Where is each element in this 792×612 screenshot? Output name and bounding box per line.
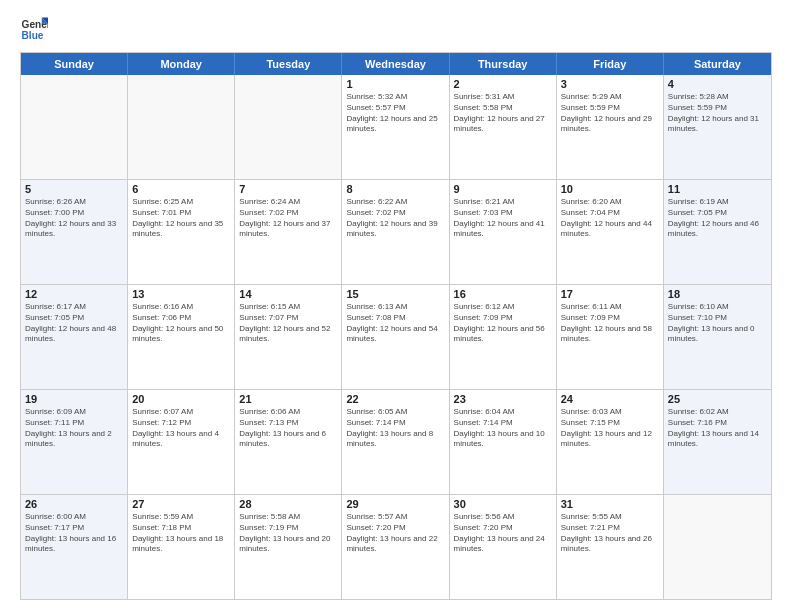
day-number: 22 <box>346 393 444 405</box>
calendar-row-2: 5Sunrise: 6:26 AMSunset: 7:00 PMDaylight… <box>21 179 771 284</box>
cell-info: Sunrise: 6:26 AMSunset: 7:00 PMDaylight:… <box>25 197 123 240</box>
empty-cell <box>21 75 128 179</box>
cell-info: Sunrise: 5:57 AMSunset: 7:20 PMDaylight:… <box>346 512 444 555</box>
cell-info: Sunrise: 5:59 AMSunset: 7:18 PMDaylight:… <box>132 512 230 555</box>
day-number: 5 <box>25 183 123 195</box>
day-number: 20 <box>132 393 230 405</box>
logo-icon: General Blue <box>20 16 48 44</box>
day-cell-9: 9Sunrise: 6:21 AMSunset: 7:03 PMDaylight… <box>450 180 557 284</box>
cell-info: Sunrise: 5:29 AMSunset: 5:59 PMDaylight:… <box>561 92 659 135</box>
day-cell-1: 1Sunrise: 5:32 AMSunset: 5:57 PMDaylight… <box>342 75 449 179</box>
day-number: 25 <box>668 393 767 405</box>
cell-info: Sunrise: 6:02 AMSunset: 7:16 PMDaylight:… <box>668 407 767 450</box>
cell-info: Sunrise: 5:32 AMSunset: 5:57 PMDaylight:… <box>346 92 444 135</box>
day-cell-28: 28Sunrise: 5:58 AMSunset: 7:19 PMDayligh… <box>235 495 342 599</box>
day-number: 14 <box>239 288 337 300</box>
cell-info: Sunrise: 6:17 AMSunset: 7:05 PMDaylight:… <box>25 302 123 345</box>
cell-info: Sunrise: 5:55 AMSunset: 7:21 PMDaylight:… <box>561 512 659 555</box>
day-number: 29 <box>346 498 444 510</box>
header-day-monday: Monday <box>128 53 235 75</box>
header-day-sunday: Sunday <box>21 53 128 75</box>
day-number: 6 <box>132 183 230 195</box>
day-cell-21: 21Sunrise: 6:06 AMSunset: 7:13 PMDayligh… <box>235 390 342 494</box>
day-number: 24 <box>561 393 659 405</box>
day-number: 4 <box>668 78 767 90</box>
day-cell-18: 18Sunrise: 6:10 AMSunset: 7:10 PMDayligh… <box>664 285 771 389</box>
day-number: 27 <box>132 498 230 510</box>
day-cell-12: 12Sunrise: 6:17 AMSunset: 7:05 PMDayligh… <box>21 285 128 389</box>
day-number: 15 <box>346 288 444 300</box>
day-cell-31: 31Sunrise: 5:55 AMSunset: 7:21 PMDayligh… <box>557 495 664 599</box>
day-cell-22: 22Sunrise: 6:05 AMSunset: 7:14 PMDayligh… <box>342 390 449 494</box>
calendar: SundayMondayTuesdayWednesdayThursdayFrid… <box>20 52 772 600</box>
day-cell-25: 25Sunrise: 6:02 AMSunset: 7:16 PMDayligh… <box>664 390 771 494</box>
day-number: 2 <box>454 78 552 90</box>
calendar-row-5: 26Sunrise: 6:00 AMSunset: 7:17 PMDayligh… <box>21 494 771 599</box>
cell-info: Sunrise: 6:00 AMSunset: 7:17 PMDaylight:… <box>25 512 123 555</box>
day-number: 10 <box>561 183 659 195</box>
cell-info: Sunrise: 5:28 AMSunset: 5:59 PMDaylight:… <box>668 92 767 135</box>
cell-info: Sunrise: 6:19 AMSunset: 7:05 PMDaylight:… <box>668 197 767 240</box>
calendar-row-3: 12Sunrise: 6:17 AMSunset: 7:05 PMDayligh… <box>21 284 771 389</box>
cell-info: Sunrise: 6:05 AMSunset: 7:14 PMDaylight:… <box>346 407 444 450</box>
cell-info: Sunrise: 6:11 AMSunset: 7:09 PMDaylight:… <box>561 302 659 345</box>
cell-info: Sunrise: 5:31 AMSunset: 5:58 PMDaylight:… <box>454 92 552 135</box>
day-cell-14: 14Sunrise: 6:15 AMSunset: 7:07 PMDayligh… <box>235 285 342 389</box>
day-cell-10: 10Sunrise: 6:20 AMSunset: 7:04 PMDayligh… <box>557 180 664 284</box>
calendar-row-4: 19Sunrise: 6:09 AMSunset: 7:11 PMDayligh… <box>21 389 771 494</box>
cell-info: Sunrise: 6:22 AMSunset: 7:02 PMDaylight:… <box>346 197 444 240</box>
svg-text:Blue: Blue <box>22 30 44 41</box>
day-number: 21 <box>239 393 337 405</box>
cell-info: Sunrise: 6:09 AMSunset: 7:11 PMDaylight:… <box>25 407 123 450</box>
cell-info: Sunrise: 5:58 AMSunset: 7:19 PMDaylight:… <box>239 512 337 555</box>
day-number: 16 <box>454 288 552 300</box>
header-day-thursday: Thursday <box>450 53 557 75</box>
day-number: 7 <box>239 183 337 195</box>
cell-info: Sunrise: 6:12 AMSunset: 7:09 PMDaylight:… <box>454 302 552 345</box>
day-cell-27: 27Sunrise: 5:59 AMSunset: 7:18 PMDayligh… <box>128 495 235 599</box>
day-cell-23: 23Sunrise: 6:04 AMSunset: 7:14 PMDayligh… <box>450 390 557 494</box>
empty-cell <box>664 495 771 599</box>
header-day-saturday: Saturday <box>664 53 771 75</box>
cell-info: Sunrise: 6:04 AMSunset: 7:14 PMDaylight:… <box>454 407 552 450</box>
day-cell-16: 16Sunrise: 6:12 AMSunset: 7:09 PMDayligh… <box>450 285 557 389</box>
header: General Blue <box>20 16 772 44</box>
cell-info: Sunrise: 6:13 AMSunset: 7:08 PMDaylight:… <box>346 302 444 345</box>
day-number: 8 <box>346 183 444 195</box>
cell-info: Sunrise: 6:16 AMSunset: 7:06 PMDaylight:… <box>132 302 230 345</box>
calendar-row-1: 1Sunrise: 5:32 AMSunset: 5:57 PMDaylight… <box>21 75 771 179</box>
day-cell-8: 8Sunrise: 6:22 AMSunset: 7:02 PMDaylight… <box>342 180 449 284</box>
day-number: 17 <box>561 288 659 300</box>
day-number: 9 <box>454 183 552 195</box>
day-cell-7: 7Sunrise: 6:24 AMSunset: 7:02 PMDaylight… <box>235 180 342 284</box>
day-number: 31 <box>561 498 659 510</box>
day-number: 11 <box>668 183 767 195</box>
day-cell-15: 15Sunrise: 6:13 AMSunset: 7:08 PMDayligh… <box>342 285 449 389</box>
cell-info: Sunrise: 6:20 AMSunset: 7:04 PMDaylight:… <box>561 197 659 240</box>
day-cell-4: 4Sunrise: 5:28 AMSunset: 5:59 PMDaylight… <box>664 75 771 179</box>
calendar-body: 1Sunrise: 5:32 AMSunset: 5:57 PMDaylight… <box>21 75 771 599</box>
day-cell-2: 2Sunrise: 5:31 AMSunset: 5:58 PMDaylight… <box>450 75 557 179</box>
day-cell-3: 3Sunrise: 5:29 AMSunset: 5:59 PMDaylight… <box>557 75 664 179</box>
day-cell-26: 26Sunrise: 6:00 AMSunset: 7:17 PMDayligh… <box>21 495 128 599</box>
day-cell-6: 6Sunrise: 6:25 AMSunset: 7:01 PMDaylight… <box>128 180 235 284</box>
day-number: 18 <box>668 288 767 300</box>
day-number: 26 <box>25 498 123 510</box>
day-cell-5: 5Sunrise: 6:26 AMSunset: 7:00 PMDaylight… <box>21 180 128 284</box>
day-cell-20: 20Sunrise: 6:07 AMSunset: 7:12 PMDayligh… <box>128 390 235 494</box>
day-number: 28 <box>239 498 337 510</box>
page: General Blue SundayMondayTuesdayWednesda… <box>0 0 792 612</box>
day-number: 13 <box>132 288 230 300</box>
cell-info: Sunrise: 6:07 AMSunset: 7:12 PMDaylight:… <box>132 407 230 450</box>
empty-cell <box>235 75 342 179</box>
cell-info: Sunrise: 5:56 AMSunset: 7:20 PMDaylight:… <box>454 512 552 555</box>
day-number: 1 <box>346 78 444 90</box>
cell-info: Sunrise: 6:24 AMSunset: 7:02 PMDaylight:… <box>239 197 337 240</box>
header-day-friday: Friday <box>557 53 664 75</box>
day-number: 12 <box>25 288 123 300</box>
day-number: 30 <box>454 498 552 510</box>
cell-info: Sunrise: 6:25 AMSunset: 7:01 PMDaylight:… <box>132 197 230 240</box>
day-cell-29: 29Sunrise: 5:57 AMSunset: 7:20 PMDayligh… <box>342 495 449 599</box>
cell-info: Sunrise: 6:15 AMSunset: 7:07 PMDaylight:… <box>239 302 337 345</box>
day-cell-11: 11Sunrise: 6:19 AMSunset: 7:05 PMDayligh… <box>664 180 771 284</box>
